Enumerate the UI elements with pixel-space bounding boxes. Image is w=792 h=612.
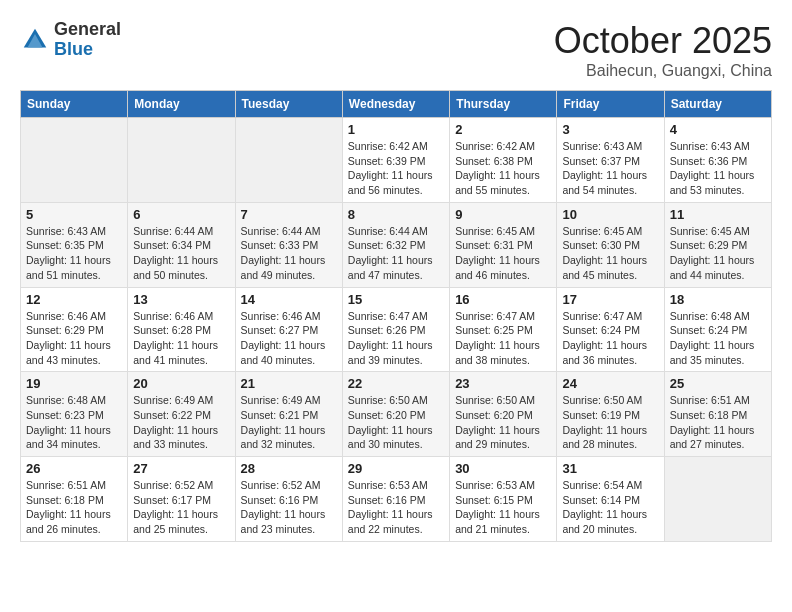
calendar-cell: 2Sunrise: 6:42 AM Sunset: 6:38 PM Daylig… [450, 118, 557, 203]
week-row-1: 1Sunrise: 6:42 AM Sunset: 6:39 PM Daylig… [21, 118, 772, 203]
week-row-5: 26Sunrise: 6:51 AM Sunset: 6:18 PM Dayli… [21, 457, 772, 542]
day-info: Sunrise: 6:43 AM Sunset: 6:35 PM Dayligh… [26, 224, 122, 283]
calendar-cell: 30Sunrise: 6:53 AM Sunset: 6:15 PM Dayli… [450, 457, 557, 542]
calendar-cell: 12Sunrise: 6:46 AM Sunset: 6:29 PM Dayli… [21, 287, 128, 372]
calendar-cell: 16Sunrise: 6:47 AM Sunset: 6:25 PM Dayli… [450, 287, 557, 372]
day-info: Sunrise: 6:47 AM Sunset: 6:24 PM Dayligh… [562, 309, 658, 368]
day-info: Sunrise: 6:53 AM Sunset: 6:16 PM Dayligh… [348, 478, 444, 537]
weekday-header-row: SundayMondayTuesdayWednesdayThursdayFrid… [21, 91, 772, 118]
calendar-cell: 15Sunrise: 6:47 AM Sunset: 6:26 PM Dayli… [342, 287, 449, 372]
calendar-cell: 27Sunrise: 6:52 AM Sunset: 6:17 PM Dayli… [128, 457, 235, 542]
day-number: 11 [670, 207, 766, 222]
calendar-cell [128, 118, 235, 203]
day-number: 30 [455, 461, 551, 476]
calendar-cell: 19Sunrise: 6:48 AM Sunset: 6:23 PM Dayli… [21, 372, 128, 457]
logo-blue: Blue [54, 40, 121, 60]
calendar-cell: 18Sunrise: 6:48 AM Sunset: 6:24 PM Dayli… [664, 287, 771, 372]
weekday-header-thursday: Thursday [450, 91, 557, 118]
calendar-cell: 28Sunrise: 6:52 AM Sunset: 6:16 PM Dayli… [235, 457, 342, 542]
calendar-cell: 22Sunrise: 6:50 AM Sunset: 6:20 PM Dayli… [342, 372, 449, 457]
calendar-cell: 14Sunrise: 6:46 AM Sunset: 6:27 PM Dayli… [235, 287, 342, 372]
calendar-cell: 17Sunrise: 6:47 AM Sunset: 6:24 PM Dayli… [557, 287, 664, 372]
day-number: 8 [348, 207, 444, 222]
day-info: Sunrise: 6:52 AM Sunset: 6:17 PM Dayligh… [133, 478, 229, 537]
title-area: October 2025 Baihecun, Guangxi, China [554, 20, 772, 80]
calendar-cell: 11Sunrise: 6:45 AM Sunset: 6:29 PM Dayli… [664, 202, 771, 287]
weekday-header-friday: Friday [557, 91, 664, 118]
header: General Blue October 2025 Baihecun, Guan… [20, 20, 772, 80]
logo: General Blue [20, 20, 121, 60]
calendar-cell: 25Sunrise: 6:51 AM Sunset: 6:18 PM Dayli… [664, 372, 771, 457]
day-number: 27 [133, 461, 229, 476]
day-info: Sunrise: 6:42 AM Sunset: 6:39 PM Dayligh… [348, 139, 444, 198]
calendar-cell: 4Sunrise: 6:43 AM Sunset: 6:36 PM Daylig… [664, 118, 771, 203]
weekday-header-monday: Monday [128, 91, 235, 118]
day-info: Sunrise: 6:54 AM Sunset: 6:14 PM Dayligh… [562, 478, 658, 537]
calendar-cell: 7Sunrise: 6:44 AM Sunset: 6:33 PM Daylig… [235, 202, 342, 287]
calendar-cell [235, 118, 342, 203]
weekday-header-saturday: Saturday [664, 91, 771, 118]
logo-text: General Blue [54, 20, 121, 60]
day-info: Sunrise: 6:49 AM Sunset: 6:22 PM Dayligh… [133, 393, 229, 452]
week-row-4: 19Sunrise: 6:48 AM Sunset: 6:23 PM Dayli… [21, 372, 772, 457]
day-number: 26 [26, 461, 122, 476]
calendar-cell: 5Sunrise: 6:43 AM Sunset: 6:35 PM Daylig… [21, 202, 128, 287]
day-number: 29 [348, 461, 444, 476]
day-info: Sunrise: 6:44 AM Sunset: 6:32 PM Dayligh… [348, 224, 444, 283]
day-number: 31 [562, 461, 658, 476]
calendar-cell: 29Sunrise: 6:53 AM Sunset: 6:16 PM Dayli… [342, 457, 449, 542]
day-number: 22 [348, 376, 444, 391]
calendar-cell: 24Sunrise: 6:50 AM Sunset: 6:19 PM Dayli… [557, 372, 664, 457]
calendar-cell: 20Sunrise: 6:49 AM Sunset: 6:22 PM Dayli… [128, 372, 235, 457]
day-number: 19 [26, 376, 122, 391]
calendar-cell: 9Sunrise: 6:45 AM Sunset: 6:31 PM Daylig… [450, 202, 557, 287]
day-number: 9 [455, 207, 551, 222]
day-number: 28 [241, 461, 337, 476]
day-number: 10 [562, 207, 658, 222]
calendar-table: SundayMondayTuesdayWednesdayThursdayFrid… [20, 90, 772, 542]
day-info: Sunrise: 6:44 AM Sunset: 6:34 PM Dayligh… [133, 224, 229, 283]
day-number: 7 [241, 207, 337, 222]
day-info: Sunrise: 6:46 AM Sunset: 6:28 PM Dayligh… [133, 309, 229, 368]
calendar-cell: 6Sunrise: 6:44 AM Sunset: 6:34 PM Daylig… [128, 202, 235, 287]
day-info: Sunrise: 6:46 AM Sunset: 6:29 PM Dayligh… [26, 309, 122, 368]
day-number: 20 [133, 376, 229, 391]
day-number: 16 [455, 292, 551, 307]
calendar-cell: 31Sunrise: 6:54 AM Sunset: 6:14 PM Dayli… [557, 457, 664, 542]
day-info: Sunrise: 6:47 AM Sunset: 6:26 PM Dayligh… [348, 309, 444, 368]
day-info: Sunrise: 6:49 AM Sunset: 6:21 PM Dayligh… [241, 393, 337, 452]
day-number: 21 [241, 376, 337, 391]
week-row-2: 5Sunrise: 6:43 AM Sunset: 6:35 PM Daylig… [21, 202, 772, 287]
weekday-header-wednesday: Wednesday [342, 91, 449, 118]
day-info: Sunrise: 6:46 AM Sunset: 6:27 PM Dayligh… [241, 309, 337, 368]
calendar-cell: 10Sunrise: 6:45 AM Sunset: 6:30 PM Dayli… [557, 202, 664, 287]
logo-general: General [54, 20, 121, 40]
day-number: 24 [562, 376, 658, 391]
weekday-header-tuesday: Tuesday [235, 91, 342, 118]
day-info: Sunrise: 6:51 AM Sunset: 6:18 PM Dayligh… [26, 478, 122, 537]
day-info: Sunrise: 6:45 AM Sunset: 6:31 PM Dayligh… [455, 224, 551, 283]
day-number: 12 [26, 292, 122, 307]
day-info: Sunrise: 6:48 AM Sunset: 6:24 PM Dayligh… [670, 309, 766, 368]
day-info: Sunrise: 6:51 AM Sunset: 6:18 PM Dayligh… [670, 393, 766, 452]
day-info: Sunrise: 6:53 AM Sunset: 6:15 PM Dayligh… [455, 478, 551, 537]
day-info: Sunrise: 6:50 AM Sunset: 6:20 PM Dayligh… [455, 393, 551, 452]
day-info: Sunrise: 6:45 AM Sunset: 6:29 PM Dayligh… [670, 224, 766, 283]
calendar-cell: 8Sunrise: 6:44 AM Sunset: 6:32 PM Daylig… [342, 202, 449, 287]
day-number: 5 [26, 207, 122, 222]
day-info: Sunrise: 6:45 AM Sunset: 6:30 PM Dayligh… [562, 224, 658, 283]
calendar-cell: 1Sunrise: 6:42 AM Sunset: 6:39 PM Daylig… [342, 118, 449, 203]
day-number: 4 [670, 122, 766, 137]
location-title: Baihecun, Guangxi, China [554, 62, 772, 80]
day-info: Sunrise: 6:44 AM Sunset: 6:33 PM Dayligh… [241, 224, 337, 283]
day-number: 25 [670, 376, 766, 391]
month-title: October 2025 [554, 20, 772, 62]
day-number: 17 [562, 292, 658, 307]
day-info: Sunrise: 6:43 AM Sunset: 6:37 PM Dayligh… [562, 139, 658, 198]
day-number: 15 [348, 292, 444, 307]
day-number: 13 [133, 292, 229, 307]
day-number: 3 [562, 122, 658, 137]
day-info: Sunrise: 6:42 AM Sunset: 6:38 PM Dayligh… [455, 139, 551, 198]
day-number: 23 [455, 376, 551, 391]
day-number: 6 [133, 207, 229, 222]
